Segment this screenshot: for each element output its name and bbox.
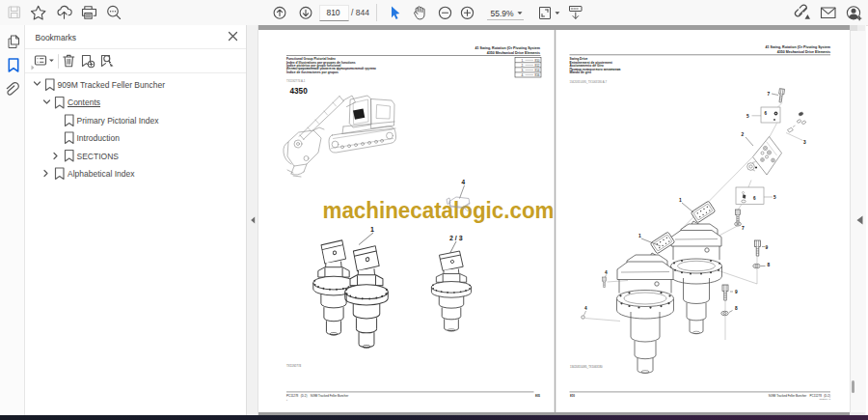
svg-text:7: 7 — [768, 92, 771, 97]
svg-text:2: 2 — [742, 132, 745, 137]
svg-text:4: 4 — [462, 179, 466, 185]
svg-text:5: 5 — [773, 195, 776, 200]
svg-text:1.: 1. — [521, 59, 524, 63]
svg-text:41 Swing, Rotation (Or Pivotin: 41 Swing, Rotation (Or Pivoting System — [475, 46, 541, 50]
svg-text:816: 816 — [534, 73, 539, 77]
svg-text:1342031U095_TX1063180: 1342031U095_TX1063180 — [570, 365, 603, 369]
svg-text:812: 812 — [534, 64, 539, 68]
svg-text:814: 814 — [534, 69, 539, 72]
svg-text:Mando de giro: Mando de giro — [570, 70, 592, 74]
svg-text:3: 3 — [803, 140, 806, 145]
svg-text:805: 805 — [535, 394, 540, 398]
svg-text:5: 5 — [746, 114, 749, 119]
svg-text:4: 4 — [605, 270, 608, 275]
svg-text:TX1192774 A-1: TX1192774 A-1 — [286, 79, 306, 83]
svg-text:1: 1 — [370, 226, 374, 233]
svg-text:2.: 2. — [521, 64, 524, 68]
svg-text:1: 1 — [638, 233, 641, 238]
svg-text:TX1192774: TX1192774 — [286, 364, 302, 368]
svg-text:071100A-1: 071100A-1 — [819, 398, 830, 401]
svg-text:7: 7 — [742, 226, 745, 231]
svg-text:4.: 4. — [521, 73, 524, 77]
svg-text:PC11278 (D.2) 909M Tracke: PC11278 (D.2) 909M Tracked Feller Bunche… — [286, 394, 348, 398]
svg-text:9: 9 — [766, 245, 769, 250]
svg-text:ii: ii — [286, 399, 288, 402]
svg-text:810: 810 — [570, 394, 575, 398]
svg-text:909M Tracked Feller Buncher: 909M Tracked Feller Buncher PC11278 (D.2… — [769, 394, 830, 398]
svg-text:1342031U095_TX1063180 A-7: 1342031U095_TX1063180 A-7 — [570, 80, 608, 84]
svg-text:4: 4 — [584, 306, 587, 311]
svg-text:810: 810 — [534, 59, 539, 63]
svg-text:3.: 3. — [521, 69, 524, 72]
svg-text:4350 Mechanical Drive Elements: 4350 Mechanical Drive Elements — [777, 50, 830, 54]
svg-text:8: 8 — [735, 306, 738, 311]
svg-text:9: 9 — [735, 290, 738, 294]
svg-text:1: 1 — [679, 197, 682, 203]
svg-text:41 Swing, Rotation (Or Pivotin: 41 Swing, Rotation (Or Pivoting System — [766, 45, 831, 49]
svg-text:2 / 3: 2 / 3 — [449, 235, 463, 241]
svg-text:Índice de ilustraciones por gr: Índice de ilustraciones por grupos — [286, 70, 339, 74]
svg-text:4350: 4350 — [290, 87, 309, 96]
svg-text:4350 Mechanical Drive Elements: 4350 Mechanical Drive Elements — [487, 51, 540, 55]
svg-text:8: 8 — [768, 263, 771, 267]
svg-text:machinecatalogic.com: machinecatalogic.com — [323, 198, 555, 223]
